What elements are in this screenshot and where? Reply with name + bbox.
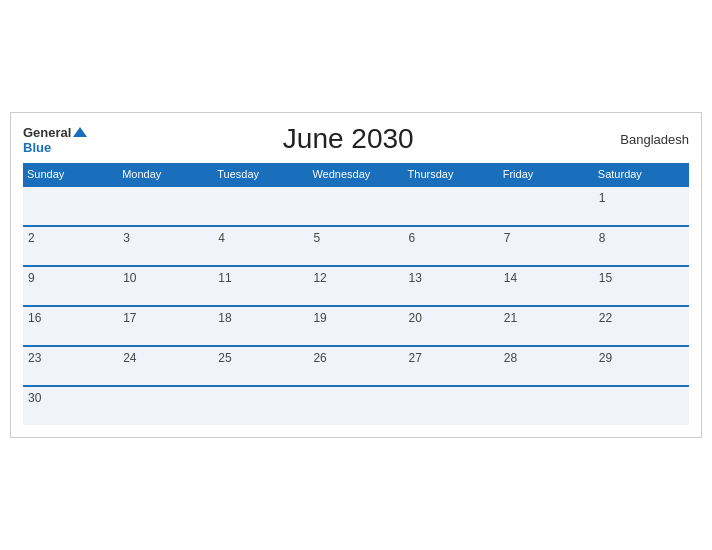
day-header-friday: Friday xyxy=(499,163,594,186)
day-header-sunday: Sunday xyxy=(23,163,118,186)
day-number: 16 xyxy=(28,311,41,325)
calendar-cell: 23 xyxy=(23,346,118,386)
calendar-cell: 14 xyxy=(499,266,594,306)
days-header-row: SundayMondayTuesdayWednesdayThursdayFrid… xyxy=(23,163,689,186)
day-header-wednesday: Wednesday xyxy=(308,163,403,186)
calendar-cell xyxy=(499,386,594,425)
week-row-5: 30 xyxy=(23,386,689,425)
day-number: 30 xyxy=(28,391,41,405)
calendar-cell: 26 xyxy=(308,346,403,386)
calendar-cell xyxy=(404,186,499,226)
calendar-cell xyxy=(404,386,499,425)
calendar-cell xyxy=(118,186,213,226)
day-number: 29 xyxy=(599,351,612,365)
calendar-cell xyxy=(213,186,308,226)
day-number: 10 xyxy=(123,271,136,285)
calendar-cell: 29 xyxy=(594,346,689,386)
calendar-cell xyxy=(594,386,689,425)
day-number: 12 xyxy=(313,271,326,285)
day-number: 17 xyxy=(123,311,136,325)
logo-blue: Blue xyxy=(23,141,87,155)
calendar-cell: 21 xyxy=(499,306,594,346)
calendar-cell: 12 xyxy=(308,266,403,306)
day-header-thursday: Thursday xyxy=(404,163,499,186)
calendar-cell xyxy=(23,186,118,226)
calendar-cell: 24 xyxy=(118,346,213,386)
calendar-cell: 2 xyxy=(23,226,118,266)
calendar-cell: 11 xyxy=(213,266,308,306)
calendar-cell: 27 xyxy=(404,346,499,386)
calendar-cell xyxy=(308,186,403,226)
week-row-0: 1 xyxy=(23,186,689,226)
day-number: 9 xyxy=(28,271,35,285)
calendar-cell: 8 xyxy=(594,226,689,266)
calendar-table: SundayMondayTuesdayWednesdayThursdayFrid… xyxy=(23,163,689,425)
day-number: 1 xyxy=(599,191,606,205)
calendar-cell: 17 xyxy=(118,306,213,346)
day-number: 2 xyxy=(28,231,35,245)
calendar-cell: 25 xyxy=(213,346,308,386)
day-number: 18 xyxy=(218,311,231,325)
calendar-cell xyxy=(213,386,308,425)
calendar-title: June 2030 xyxy=(87,123,609,155)
day-header-saturday: Saturday xyxy=(594,163,689,186)
day-number: 14 xyxy=(504,271,517,285)
day-number: 22 xyxy=(599,311,612,325)
calendar-cell: 20 xyxy=(404,306,499,346)
logo-triangle-icon xyxy=(73,127,87,137)
day-header-tuesday: Tuesday xyxy=(213,163,308,186)
week-row-2: 9101112131415 xyxy=(23,266,689,306)
calendar-cell: 28 xyxy=(499,346,594,386)
day-number: 20 xyxy=(409,311,422,325)
day-header-monday: Monday xyxy=(118,163,213,186)
calendar-cell: 5 xyxy=(308,226,403,266)
day-number: 25 xyxy=(218,351,231,365)
day-number: 13 xyxy=(409,271,422,285)
calendar-thead: SundayMondayTuesdayWednesdayThursdayFrid… xyxy=(23,163,689,186)
calendar-cell: 22 xyxy=(594,306,689,346)
day-number: 8 xyxy=(599,231,606,245)
calendar-cell: 4 xyxy=(213,226,308,266)
day-number: 5 xyxy=(313,231,320,245)
day-number: 23 xyxy=(28,351,41,365)
day-number: 28 xyxy=(504,351,517,365)
calendar-cell: 15 xyxy=(594,266,689,306)
calendar-cell: 1 xyxy=(594,186,689,226)
calendar-cell: 10 xyxy=(118,266,213,306)
day-number: 3 xyxy=(123,231,130,245)
calendar-cell: 6 xyxy=(404,226,499,266)
day-number: 7 xyxy=(504,231,511,245)
calendar-cell xyxy=(118,386,213,425)
day-number: 6 xyxy=(409,231,416,245)
calendar-cell: 30 xyxy=(23,386,118,425)
day-number: 15 xyxy=(599,271,612,285)
day-number: 21 xyxy=(504,311,517,325)
calendar-cell xyxy=(308,386,403,425)
week-row-3: 16171819202122 xyxy=(23,306,689,346)
calendar-cell: 9 xyxy=(23,266,118,306)
day-number: 24 xyxy=(123,351,136,365)
calendar-cell: 18 xyxy=(213,306,308,346)
calendar-country: Bangladesh xyxy=(609,132,689,147)
day-number: 27 xyxy=(409,351,422,365)
calendar-cell: 7 xyxy=(499,226,594,266)
day-number: 11 xyxy=(218,271,231,285)
calendar-cell: 16 xyxy=(23,306,118,346)
logo-general: General xyxy=(23,123,87,141)
calendar-cell: 19 xyxy=(308,306,403,346)
calendar-cell: 3 xyxy=(118,226,213,266)
calendar-header: General Blue June 2030 Bangladesh xyxy=(23,123,689,155)
week-row-4: 23242526272829 xyxy=(23,346,689,386)
calendar: General Blue June 2030 Bangladesh Sunday… xyxy=(10,112,702,438)
week-row-1: 2345678 xyxy=(23,226,689,266)
day-number: 4 xyxy=(218,231,225,245)
logo: General Blue xyxy=(23,123,87,155)
calendar-cell: 13 xyxy=(404,266,499,306)
day-number: 26 xyxy=(313,351,326,365)
day-number: 19 xyxy=(313,311,326,325)
calendar-cell xyxy=(499,186,594,226)
calendar-tbody: 1234567891011121314151617181920212223242… xyxy=(23,186,689,425)
